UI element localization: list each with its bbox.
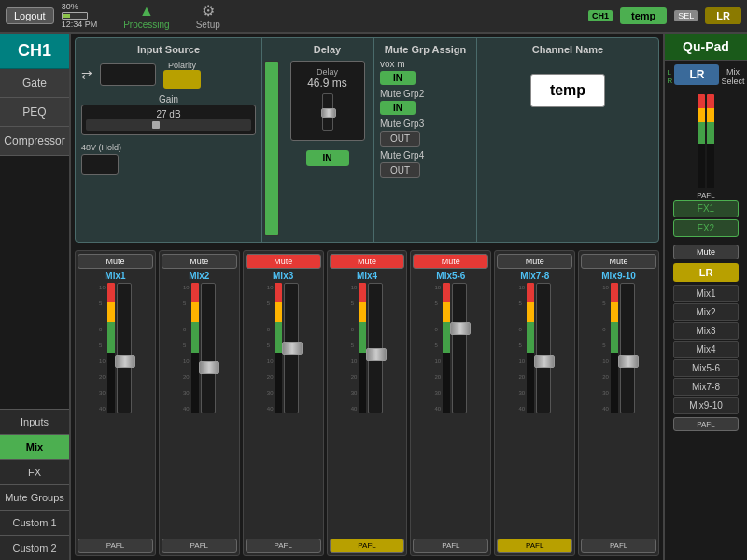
mix-nav[interactable]: Mix bbox=[0, 434, 69, 459]
polarity-button[interactable] bbox=[163, 70, 201, 89]
right-sidebar: Qu-Pad L R LR Mix Select bbox=[663, 34, 747, 560]
lr-active-button[interactable]: LR bbox=[673, 263, 739, 282]
channel-name-box[interactable]: temp bbox=[530, 74, 605, 107]
mute-grp1-button[interactable]: IN bbox=[380, 71, 416, 85]
mute-grp-section: Mute Grp Assign vox m IN Mute Grp2 IN Mu… bbox=[374, 38, 477, 242]
fader-track-Mix5-6[interactable] bbox=[452, 283, 467, 413]
delay-thumb[interactable] bbox=[321, 108, 336, 118]
pafl-btn-Mix1[interactable]: PAFL bbox=[78, 539, 153, 553]
pafl-btn-Mix9-10[interactable]: PAFL bbox=[581, 539, 656, 553]
mute-groups-nav[interactable]: Mute Groups bbox=[0, 484, 69, 510]
vu-red bbox=[698, 94, 705, 108]
vu-Mix1 bbox=[107, 283, 115, 413]
fx2-button[interactable]: FX2 bbox=[673, 219, 739, 237]
mute-btn-Mix3[interactable]: Mute bbox=[246, 254, 321, 269]
pafl-btn-Mix3[interactable]: PAFL bbox=[246, 539, 321, 553]
fx-nav[interactable]: FX bbox=[0, 459, 69, 484]
right-mix-btn-Mix2[interactable]: Mix2 bbox=[673, 303, 739, 321]
vu-yellow bbox=[707, 108, 714, 122]
vu-strip-area bbox=[262, 38, 281, 242]
setup-button[interactable]: ⚙ Setup bbox=[196, 2, 220, 30]
seg-yellow bbox=[191, 302, 199, 322]
mute-grp3-button[interactable]: OUT bbox=[380, 131, 420, 147]
delay-sub-label: Delay bbox=[297, 67, 359, 77]
gain-slider[interactable] bbox=[86, 119, 251, 131]
fader-track-Mix1[interactable] bbox=[117, 283, 132, 413]
mix-label-Mix4: Mix4 bbox=[357, 271, 377, 281]
input-source-section: Input Source ⇄ Polarity Gain 27 dB bbox=[76, 38, 262, 242]
compressor-button[interactable]: Compressor bbox=[0, 127, 69, 156]
seg-yellow bbox=[527, 302, 534, 322]
mix-label-Mix2: Mix2 bbox=[189, 271, 209, 281]
temp-button[interactable]: temp bbox=[620, 7, 667, 24]
mute-btn-Mix4[interactable]: Mute bbox=[330, 254, 405, 269]
fader-thumb-Mix9-10[interactable] bbox=[618, 355, 639, 368]
channel-name-section: Channel Name temp bbox=[477, 38, 658, 242]
mute-btn-Mix9-10[interactable]: Mute bbox=[581, 254, 656, 269]
delay-fader[interactable] bbox=[322, 93, 333, 131]
fader-thumb-Mix3[interactable] bbox=[282, 342, 303, 355]
pafl-btn-Mix4[interactable]: PAFL bbox=[330, 539, 405, 553]
fader-thumb-Mix1[interactable] bbox=[115, 355, 135, 368]
mute-btn-Mix5-6[interactable]: Mute bbox=[413, 254, 488, 269]
fader-scale: 1050510203040 bbox=[518, 283, 525, 413]
right-mix-btn-Mix3[interactable]: Mix3 bbox=[673, 322, 739, 340]
channel-strip-Mix4: MuteMix41050510203040 PAFL bbox=[327, 250, 408, 556]
channel-strip-Mix7-8: MuteMix7-81050510203040 PAFL bbox=[494, 250, 575, 556]
input-box[interactable] bbox=[100, 63, 156, 86]
custom1-nav[interactable]: Custom 1 bbox=[0, 510, 69, 535]
right-mix-btn-Mix9-10[interactable]: Mix9-10 bbox=[673, 397, 739, 414]
lr-top-button[interactable]: LR bbox=[705, 7, 741, 24]
fader-track-Mix7-8[interactable] bbox=[536, 283, 551, 413]
delay-in-button[interactable]: IN bbox=[306, 150, 349, 166]
seg-yellow bbox=[611, 302, 618, 322]
pafl-right-button[interactable]: PAFL bbox=[673, 417, 739, 431]
seg-green bbox=[107, 322, 115, 353]
main-area: CH1 Gate PEQ Compressor Inputs Mix FX Mu… bbox=[0, 34, 747, 560]
pafl-btn-Mix2[interactable]: PAFL bbox=[162, 539, 237, 553]
right-mix-btn-Mix4[interactable]: Mix4 bbox=[673, 341, 739, 358]
channel-strip-Mix3: MuteMix31050510203040 PAFL bbox=[243, 250, 324, 556]
mute-btn-Mix2[interactable]: Mute bbox=[162, 254, 237, 269]
right-mix-btn-Mix1[interactable]: Mix1 bbox=[673, 285, 739, 302]
right-vu bbox=[698, 94, 714, 188]
fader-area-Mix2: 1050510203040 bbox=[162, 283, 237, 537]
right-mix-btn-Mix7-8[interactable]: Mix7-8 bbox=[673, 378, 739, 396]
usb-icon: ⇄ bbox=[81, 67, 92, 82]
fader-thumb-Mix5-6[interactable] bbox=[450, 322, 471, 335]
processing-button[interactable]: ▲ Processing bbox=[123, 3, 169, 30]
fx1-button[interactable]: FX1 bbox=[673, 200, 739, 217]
peq-button[interactable]: PEQ bbox=[0, 98, 69, 127]
right-mute-button[interactable]: Mute bbox=[673, 245, 739, 259]
fader-thumb-Mix2[interactable] bbox=[199, 361, 219, 374]
fader-track-Mix9-10[interactable] bbox=[620, 283, 635, 413]
seg-yellow bbox=[107, 302, 115, 322]
fader-track-Mix2[interactable] bbox=[201, 283, 216, 413]
phantom-label: 48V (Hold) bbox=[81, 143, 121, 152]
fader-area-Mix3: 1050510203040 bbox=[246, 283, 321, 537]
mute-grp4-button[interactable]: OUT bbox=[380, 162, 420, 178]
fader-thumb-Mix4[interactable] bbox=[366, 348, 387, 361]
vu-left bbox=[698, 94, 705, 188]
mix-label-Mix7-8: Mix7-8 bbox=[520, 271, 549, 281]
logout-button[interactable]: Logout bbox=[6, 7, 54, 24]
gate-button[interactable]: Gate bbox=[0, 69, 69, 98]
polarity-label: Polarity bbox=[168, 61, 196, 70]
lr-right-button[interactable]: LR bbox=[674, 64, 719, 85]
phantom-button[interactable] bbox=[81, 154, 119, 175]
inputs-nav[interactable]: Inputs bbox=[0, 409, 69, 434]
custom2-nav[interactable]: Custom 2 bbox=[0, 535, 69, 560]
fader-thumb-Mix7-8[interactable] bbox=[534, 355, 555, 368]
vu-Mix9-10 bbox=[611, 283, 618, 413]
pafl-btn-Mix5-6[interactable]: PAFL bbox=[413, 539, 488, 553]
mute-grp2-button[interactable]: IN bbox=[380, 101, 416, 115]
fader-track-Mix4[interactable] bbox=[368, 283, 383, 413]
seg-green bbox=[443, 322, 450, 353]
fader-track-Mix3[interactable] bbox=[284, 283, 299, 413]
right-mix-btn-Mix5-6[interactable]: Mix5-6 bbox=[673, 359, 739, 377]
pafl-btn-Mix7-8[interactable]: PAFL bbox=[497, 539, 572, 553]
gain-slider-container[interactable]: 27 dB bbox=[81, 105, 256, 135]
mute-btn-Mix7-8[interactable]: Mute bbox=[497, 254, 572, 269]
center-area: Input Source ⇄ Polarity Gain 27 dB bbox=[71, 34, 663, 560]
mute-btn-Mix1[interactable]: Mute bbox=[78, 254, 153, 269]
